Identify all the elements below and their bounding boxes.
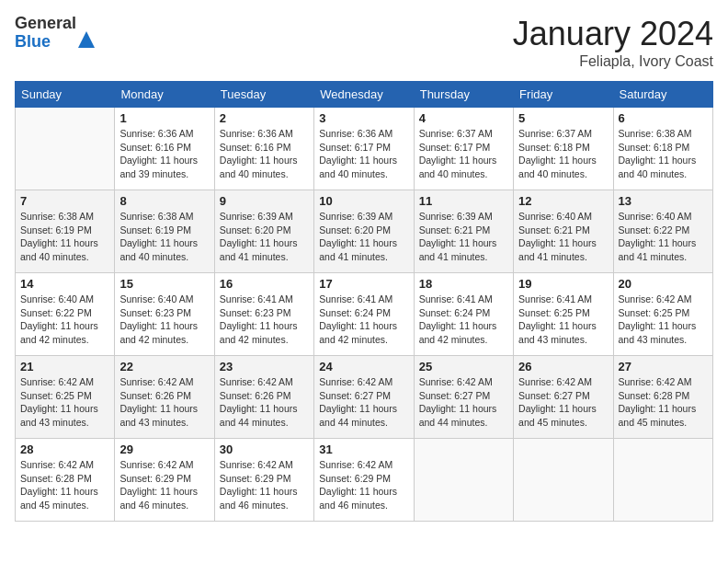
calendar-day-cell: 1Sunrise: 6:36 AM Sunset: 6:16 PM Daylig… [115, 108, 214, 190]
day-number: 4 [419, 111, 508, 125]
day-number: 6 [619, 111, 708, 125]
day-number: 12 [518, 194, 608, 208]
calendar-day-cell: 27Sunrise: 6:42 AM Sunset: 6:28 PM Dayli… [613, 356, 712, 439]
calendar-day-cell: 4Sunrise: 6:37 AM Sunset: 6:17 PM Daylig… [414, 108, 513, 190]
location: Feliapla, Ivory Coast [513, 53, 713, 70]
calendar-day-cell: 8Sunrise: 6:38 AM Sunset: 6:19 PM Daylig… [115, 190, 214, 273]
calendar-day-cell: 30Sunrise: 6:42 AM Sunset: 6:29 PM Dayli… [214, 439, 313, 522]
calendar-day-cell: 11Sunrise: 6:39 AM Sunset: 6:21 PM Dayli… [414, 190, 513, 273]
calendar-day-cell [613, 439, 712, 522]
day-info: Sunrise: 6:40 AM Sunset: 6:21 PM Dayligh… [518, 210, 608, 264]
day-info: Sunrise: 6:38 AM Sunset: 6:19 PM Dayligh… [119, 210, 209, 264]
calendar-day-cell: 18Sunrise: 6:41 AM Sunset: 6:24 PM Dayli… [414, 273, 513, 356]
weekday-header-thursday: Thursday [414, 82, 513, 108]
page-header: General Blue January 2024 Feliapla, Ivor… [15, 15, 713, 70]
title-block: January 2024 Feliapla, Ivory Coast [513, 15, 713, 70]
day-number: 19 [518, 277, 608, 291]
day-number: 13 [619, 194, 708, 208]
day-info: Sunrise: 6:42 AM Sunset: 6:29 PM Dayligh… [119, 458, 209, 512]
day-info: Sunrise: 6:40 AM Sunset: 6:22 PM Dayligh… [20, 293, 109, 347]
day-info: Sunrise: 6:42 AM Sunset: 6:29 PM Dayligh… [319, 458, 408, 512]
day-number: 5 [518, 111, 608, 125]
calendar-day-cell: 21Sunrise: 6:42 AM Sunset: 6:25 PM Dayli… [16, 356, 115, 439]
day-number: 20 [619, 277, 708, 291]
day-number: 21 [20, 360, 109, 373]
day-info: Sunrise: 6:42 AM Sunset: 6:25 PM Dayligh… [20, 375, 109, 430]
day-number: 11 [419, 194, 508, 208]
calendar-day-cell: 29Sunrise: 6:42 AM Sunset: 6:29 PM Dayli… [115, 439, 214, 522]
calendar-day-cell: 22Sunrise: 6:42 AM Sunset: 6:26 PM Dayli… [115, 356, 214, 439]
calendar-day-cell: 13Sunrise: 6:40 AM Sunset: 6:22 PM Dayli… [613, 190, 712, 273]
day-number: 8 [119, 194, 209, 208]
calendar-day-cell: 25Sunrise: 6:42 AM Sunset: 6:27 PM Dayli… [414, 356, 513, 439]
calendar-week-row: 1Sunrise: 6:36 AM Sunset: 6:16 PM Daylig… [16, 108, 713, 190]
calendar-day-cell: 16Sunrise: 6:41 AM Sunset: 6:23 PM Dayli… [214, 273, 313, 356]
day-number: 29 [119, 442, 209, 456]
day-info: Sunrise: 6:42 AM Sunset: 6:27 PM Dayligh… [518, 375, 608, 430]
calendar-week-row: 28Sunrise: 6:42 AM Sunset: 6:28 PM Dayli… [16, 439, 713, 522]
day-info: Sunrise: 6:39 AM Sunset: 6:20 PM Dayligh… [319, 210, 408, 264]
day-info: Sunrise: 6:41 AM Sunset: 6:24 PM Dayligh… [419, 293, 508, 347]
calendar-day-cell: 2Sunrise: 6:36 AM Sunset: 6:16 PM Daylig… [214, 108, 313, 190]
calendar-day-cell: 31Sunrise: 6:42 AM Sunset: 6:29 PM Dayli… [314, 439, 414, 522]
calendar-day-cell: 7Sunrise: 6:38 AM Sunset: 6:19 PM Daylig… [16, 190, 115, 273]
logo-text: General Blue [15, 15, 76, 52]
day-info: Sunrise: 6:36 AM Sunset: 6:16 PM Dayligh… [220, 127, 309, 181]
calendar-day-cell: 10Sunrise: 6:39 AM Sunset: 6:20 PM Dayli… [314, 190, 414, 273]
day-info: Sunrise: 6:40 AM Sunset: 6:22 PM Dayligh… [619, 210, 708, 264]
day-info: Sunrise: 6:39 AM Sunset: 6:21 PM Dayligh… [419, 210, 508, 264]
calendar-week-row: 21Sunrise: 6:42 AM Sunset: 6:25 PM Dayli… [16, 356, 713, 439]
day-info: Sunrise: 6:42 AM Sunset: 6:27 PM Dayligh… [419, 375, 508, 430]
weekday-header-saturday: Saturday [613, 82, 712, 108]
day-info: Sunrise: 6:37 AM Sunset: 6:18 PM Dayligh… [518, 127, 608, 181]
logo-blue: Blue [15, 33, 76, 52]
day-info: Sunrise: 6:40 AM Sunset: 6:23 PM Dayligh… [119, 293, 209, 347]
calendar-week-row: 7Sunrise: 6:38 AM Sunset: 6:19 PM Daylig… [16, 190, 713, 273]
day-info: Sunrise: 6:42 AM Sunset: 6:26 PM Dayligh… [119, 375, 209, 430]
day-info: Sunrise: 6:41 AM Sunset: 6:25 PM Dayligh… [518, 293, 608, 347]
calendar-day-cell: 17Sunrise: 6:41 AM Sunset: 6:24 PM Dayli… [314, 273, 414, 356]
logo-icon [78, 29, 95, 48]
calendar-day-cell: 3Sunrise: 6:36 AM Sunset: 6:17 PM Daylig… [314, 108, 414, 190]
logo-general: General [15, 15, 76, 33]
day-info: Sunrise: 6:42 AM Sunset: 6:28 PM Dayligh… [619, 375, 708, 430]
day-number: 17 [319, 277, 408, 291]
calendar-day-cell: 12Sunrise: 6:40 AM Sunset: 6:21 PM Dayli… [514, 190, 613, 273]
day-info: Sunrise: 6:41 AM Sunset: 6:23 PM Dayligh… [220, 293, 309, 347]
day-number: 1 [119, 111, 209, 125]
day-info: Sunrise: 6:42 AM Sunset: 6:28 PM Dayligh… [20, 458, 109, 512]
calendar-day-cell [414, 439, 513, 522]
day-number: 27 [619, 360, 708, 373]
calendar-day-cell [16, 108, 115, 190]
day-info: Sunrise: 6:36 AM Sunset: 6:16 PM Dayligh… [119, 127, 209, 181]
day-number: 2 [220, 111, 309, 125]
day-number: 28 [20, 442, 109, 456]
logo: General Blue [15, 15, 95, 52]
weekday-header-wednesday: Wednesday [314, 82, 414, 108]
day-number: 10 [319, 194, 408, 208]
month-title: January 2024 [513, 15, 713, 53]
calendar-day-cell: 9Sunrise: 6:39 AM Sunset: 6:20 PM Daylig… [214, 190, 313, 273]
calendar-day-cell: 20Sunrise: 6:42 AM Sunset: 6:25 PM Dayli… [613, 273, 712, 356]
weekday-header-sunday: Sunday [16, 82, 115, 108]
calendar-day-cell: 5Sunrise: 6:37 AM Sunset: 6:18 PM Daylig… [514, 108, 613, 190]
svg-marker-0 [78, 31, 95, 48]
day-info: Sunrise: 6:42 AM Sunset: 6:26 PM Dayligh… [220, 375, 309, 430]
weekday-header-friday: Friday [514, 82, 613, 108]
day-number: 26 [518, 360, 608, 373]
calendar-table: SundayMondayTuesdayWednesdayThursdayFrid… [15, 81, 713, 522]
day-info: Sunrise: 6:42 AM Sunset: 6:27 PM Dayligh… [319, 375, 408, 430]
day-number: 24 [319, 360, 408, 373]
day-number: 3 [319, 111, 408, 125]
weekday-header-tuesday: Tuesday [214, 82, 313, 108]
weekday-header-row: SundayMondayTuesdayWednesdayThursdayFrid… [16, 82, 713, 108]
weekday-header-monday: Monday [115, 82, 214, 108]
day-info: Sunrise: 6:39 AM Sunset: 6:20 PM Dayligh… [220, 210, 309, 264]
calendar-week-row: 14Sunrise: 6:40 AM Sunset: 6:22 PM Dayli… [16, 273, 713, 356]
day-number: 23 [220, 360, 309, 373]
calendar-day-cell: 6Sunrise: 6:38 AM Sunset: 6:18 PM Daylig… [613, 108, 712, 190]
calendar-day-cell: 23Sunrise: 6:42 AM Sunset: 6:26 PM Dayli… [214, 356, 313, 439]
day-number: 18 [419, 277, 508, 291]
day-number: 9 [220, 194, 309, 208]
day-number: 30 [220, 442, 309, 456]
